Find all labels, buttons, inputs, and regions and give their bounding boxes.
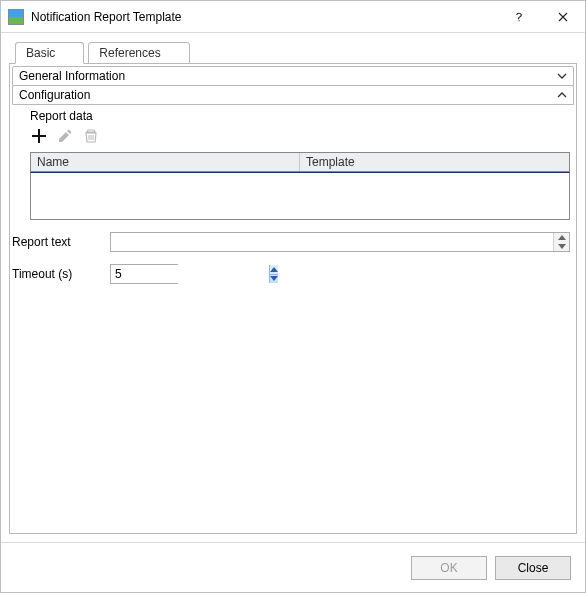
col-template-header[interactable]: Template (300, 153, 569, 171)
add-button[interactable] (30, 127, 48, 148)
plus-icon (30, 127, 48, 145)
section-config-label: Configuration (19, 88, 557, 102)
tabstrip: Basic References (9, 41, 577, 63)
col-name-header[interactable]: Name (31, 153, 300, 171)
dialog-window: Notification Report Template Basic Refer… (0, 0, 586, 593)
chevron-down-icon (557, 71, 567, 81)
dialog-footer: OK Close (1, 542, 585, 592)
app-icon (8, 9, 24, 25)
tab-basic-label: Basic (26, 46, 55, 60)
tab-basic[interactable]: Basic (15, 42, 84, 64)
close-label: Close (518, 561, 549, 575)
report-text-label: Report text (12, 235, 110, 249)
pencil-icon (56, 127, 74, 145)
section-general-label: General Information (19, 69, 557, 83)
help-button[interactable] (497, 1, 541, 33)
timeout-up[interactable] (270, 265, 278, 275)
report-text-row: Report text (12, 232, 570, 252)
report-text-spin (553, 233, 569, 251)
content-area: Basic References General Information Con… (1, 33, 585, 542)
report-text-value (111, 233, 553, 251)
table-header: Name Template (30, 152, 570, 172)
timeout-down[interactable] (270, 275, 278, 284)
report-data-toolbar (30, 127, 570, 148)
trash-icon (82, 127, 100, 145)
ok-label: OK (440, 561, 457, 575)
timeout-row: Timeout (s) (12, 264, 570, 284)
titlebar: Notification Report Template (1, 1, 585, 33)
edit-button[interactable] (56, 127, 74, 148)
report-data-label: Report data (30, 109, 570, 123)
section-config-body: Report data Name Template (12, 105, 574, 284)
close-button[interactable]: Close (495, 556, 571, 580)
section-general-header[interactable]: General Information (12, 66, 574, 86)
timeout-input[interactable] (110, 264, 178, 284)
section-config-header[interactable]: Configuration (12, 85, 574, 105)
ok-button: OK (411, 556, 487, 580)
report-text-input[interactable] (110, 232, 570, 252)
help-icon (514, 12, 524, 22)
close-window-button[interactable] (541, 1, 585, 33)
tab-references-label: References (99, 46, 160, 60)
report-data-table: Name Template (30, 152, 570, 220)
table-body-empty[interactable] (30, 172, 570, 220)
timeout-spin (269, 265, 278, 283)
window-title: Notification Report Template (31, 10, 497, 24)
tab-references[interactable]: References (88, 42, 189, 64)
report-text-down[interactable] (554, 242, 569, 251)
report-text-up[interactable] (554, 233, 569, 242)
chevron-up-icon (557, 90, 567, 100)
delete-button[interactable] (82, 127, 100, 148)
timeout-label: Timeout (s) (12, 267, 110, 281)
tabpanel-basic: General Information Configuration Report… (9, 63, 577, 534)
timeout-value[interactable] (111, 265, 269, 283)
close-icon (558, 12, 568, 22)
